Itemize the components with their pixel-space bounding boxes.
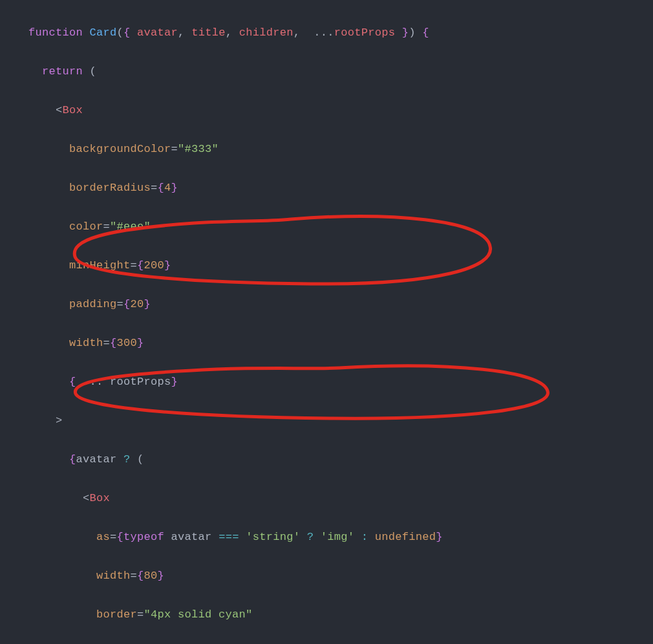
fn-card: Card: [90, 27, 117, 39]
kw-function: function: [28, 27, 83, 39]
code-block: function Card({ avatar, title, children,…: [0, 0, 653, 644]
